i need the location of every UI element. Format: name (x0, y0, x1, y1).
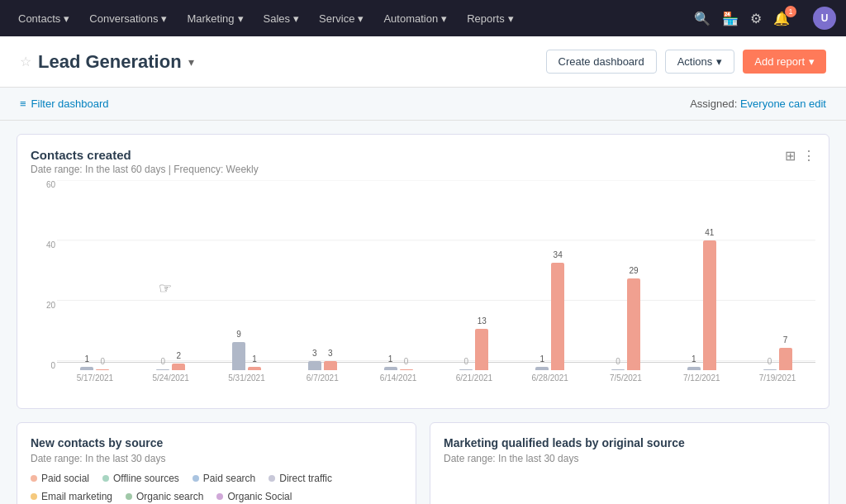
legend-dot-1 (102, 475, 109, 482)
chart-subtitle: Date range: In the last 60 days | Freque… (31, 164, 259, 175)
legend-label-6: Organic Social (227, 491, 292, 502)
legend-label-3: Direct traffic (279, 473, 332, 484)
chart-more-icon[interactable]: ⋮ (802, 148, 815, 164)
chevron-service: ▾ (358, 12, 364, 25)
title-dropdown-icon[interactable]: ▾ (188, 55, 194, 69)
x-label-3: 6/7/2021 (284, 370, 360, 395)
favorite-star-icon[interactable]: ☆ (20, 54, 31, 69)
chart-title: Contacts created (31, 148, 259, 162)
chart-settings-icon[interactable]: ⊞ (785, 148, 796, 164)
nav-item-contacts[interactable]: Contacts ▾ (10, 7, 78, 30)
actions-chevron-icon: ▾ (716, 55, 722, 68)
bar-group-7: 029 (588, 180, 664, 370)
notification-badge: 1 (785, 6, 796, 17)
y-label-20: 20 (31, 301, 55, 310)
legend-label-5: Organic search (136, 491, 203, 502)
chevron-sales: ▾ (293, 12, 299, 25)
nav-item-marketing[interactable]: Marketing ▾ (178, 7, 251, 30)
main-content: Contacts created Date range: In the last… (0, 121, 846, 504)
x-label-9: 7/19/2021 (739, 370, 815, 395)
nav-label-reports: Reports (467, 12, 505, 25)
legend-item-3: Direct traffic (269, 473, 332, 484)
bar-salmon-1: 2 (172, 364, 185, 370)
filter-lines-icon: ≡ (20, 97, 26, 110)
nav-item-conversations[interactable]: Conversations ▾ (81, 7, 175, 30)
mql-card: Marketing qualified leads by original so… (430, 422, 829, 504)
add-report-button[interactable]: Add report ▾ (743, 50, 826, 74)
chevron-automation: ▾ (441, 12, 447, 25)
y-label-60: 60 (31, 180, 55, 189)
chart-header: Contacts created Date range: In the last… (31, 148, 815, 175)
x-label-2: 5/31/2021 (209, 370, 285, 395)
legend-item-2: Paid search (192, 473, 255, 484)
legend-dot-3 (269, 475, 275, 482)
nav-label-contacts: Contacts (18, 12, 60, 25)
header-actions: Create dashboard Actions ▾ Add report ▾ (546, 50, 826, 74)
new-contacts-legend: Paid socialOffline sourcesPaid searchDir… (31, 473, 402, 502)
nav-item-reports[interactable]: Reports ▾ (459, 7, 522, 30)
marketplace-icon[interactable]: 🏪 (722, 11, 739, 26)
filter-dashboard-button[interactable]: ≡ Filter dashboard (20, 97, 109, 110)
x-label-8: 7/12/2021 (663, 370, 739, 395)
contacts-created-chart-card: Contacts created Date range: In the last… (17, 134, 829, 409)
new-contacts-subtitle: Date range: In the last 30 days (31, 453, 402, 464)
nav-item-automation[interactable]: Automation ▾ (375, 7, 455, 30)
nav-label-marketing: Marketing (187, 12, 234, 25)
bar-group-2: 91 (209, 180, 285, 370)
bars-container: 100291331001313402914107 (57, 180, 815, 370)
legend-item-1: Offline sources (102, 473, 179, 484)
x-label-4: 6/14/2021 (360, 370, 436, 395)
nav-right-icons: 🔍 🏪 ⚙ 🔔 1 U (694, 7, 836, 30)
y-axis: 0 20 40 60 (31, 180, 55, 370)
page-title: Lead Generation (38, 51, 182, 73)
chart-controls: ⊞ ⋮ (785, 148, 815, 164)
settings-icon[interactable]: ⚙ (750, 11, 762, 26)
chevron-marketing: ▾ (238, 12, 244, 25)
assigned-value[interactable]: Everyone can edit (740, 97, 826, 110)
nav-item-sales[interactable]: Sales ▾ (255, 7, 308, 30)
create-dashboard-button[interactable]: Create dashboard (546, 50, 657, 74)
legend-item-0: Paid social (31, 473, 89, 484)
chart-area: ☞ 0 20 40 60 100291331001313402914107 (31, 180, 815, 395)
legend-label-4: Email marketing (41, 491, 112, 502)
chevron-reports: ▾ (508, 12, 514, 25)
legend-dot-4 (31, 493, 37, 500)
bar-group-0: 10 (57, 180, 133, 370)
legend-dot-5 (126, 493, 132, 500)
top-navigation: Contacts ▾ Conversations ▾ Marketing ▾ S… (0, 0, 846, 36)
bar-group-5: 013 (436, 180, 512, 370)
search-icon[interactable]: 🔍 (694, 11, 711, 26)
x-label-1: 5/24/2021 (133, 370, 209, 395)
x-label-5: 6/21/2021 (436, 370, 512, 395)
user-avatar[interactable]: U (813, 7, 836, 30)
bar-salmon-6: 34 (551, 263, 564, 370)
bar-group-8: 141 (663, 180, 739, 370)
x-label-6: 6/28/2021 (512, 370, 588, 395)
filter-label: Filter dashboard (31, 97, 109, 110)
bar-gray-3: 3 (308, 361, 321, 371)
legend-dot-6 (216, 493, 223, 500)
x-label-7: 7/5/2021 (588, 370, 664, 395)
bar-salmon-7: 29 (627, 278, 640, 370)
legend-dot-2 (192, 475, 199, 482)
legend-dot-0 (31, 475, 37, 482)
chart-title-area: Contacts created Date range: In the last… (31, 148, 259, 175)
bar-group-4: 10 (360, 180, 436, 370)
bar-salmon-8: 41 (703, 240, 716, 370)
add-report-chevron-icon: ▾ (809, 55, 815, 68)
bar-group-1: 02 (133, 180, 209, 370)
assigned-info: Assigned: Everyone can edit (690, 97, 826, 110)
mql-title: Marketing qualified leads by original so… (444, 436, 815, 449)
nav-label-service: Service (319, 12, 354, 25)
nav-item-service[interactable]: Service ▾ (311, 7, 372, 30)
bar-salmon-3: 3 (324, 361, 337, 371)
bar-group-6: 134 (512, 180, 588, 370)
actions-button[interactable]: Actions ▾ (665, 50, 735, 74)
x-label-0: 5/17/2021 (57, 370, 133, 395)
bar-salmon-5: 13 (475, 329, 488, 370)
bottom-row: New contacts by source Date range: In th… (17, 422, 829, 504)
title-area: ☆ Lead Generation ▾ (20, 51, 546, 73)
nav-label-automation: Automation (383, 12, 438, 25)
legend-item-4: Email marketing (31, 491, 112, 502)
page-header: ☆ Lead Generation ▾ Create dashboard Act… (0, 36, 846, 88)
